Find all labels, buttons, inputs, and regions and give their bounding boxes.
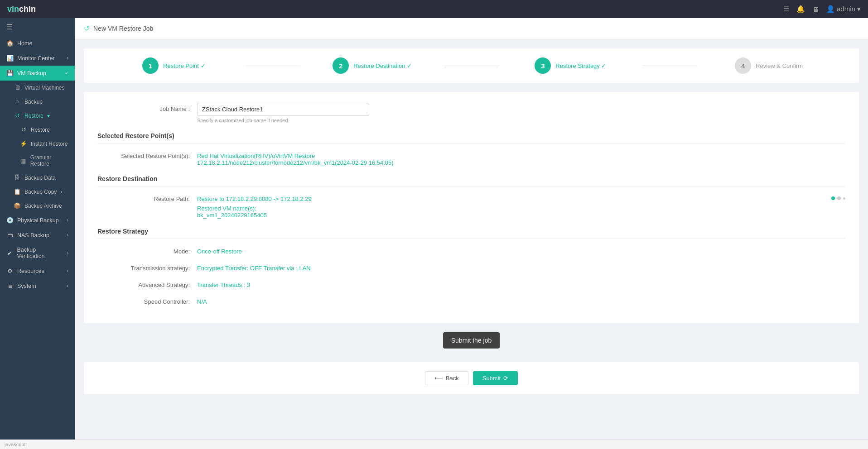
sidebar-item-physical-backup[interactable]: 💿 Physical Backup › bbox=[0, 213, 75, 228]
status-bar: javascript: bbox=[0, 439, 868, 449]
restored-vm-section: Restored VM name(s): bk_vm1_202402291654… bbox=[197, 205, 831, 219]
job-name-input[interactable] bbox=[197, 103, 369, 116]
sidebar-item-granular-restore[interactable]: ▦ Granular Restore bbox=[0, 151, 75, 171]
chevron-nas-backup-icon: › bbox=[67, 233, 68, 238]
sidebar-item-restore-sub[interactable]: ↺ Restore bbox=[0, 123, 75, 137]
step-4-circle: 4 bbox=[735, 57, 751, 74]
submit-tooltip: Submit the job bbox=[443, 332, 500, 349]
logo: vinchin bbox=[7, 5, 36, 14]
backup-data-icon: 🗄 bbox=[14, 174, 21, 181]
step-1-circle: 1 bbox=[142, 57, 159, 74]
monitor-icon[interactable]: 🖥 bbox=[812, 5, 819, 13]
sidebar-hamburger[interactable]: ☰ bbox=[0, 18, 75, 36]
wizard-steps: 1 Restore Point ✓ 2 Restore Destination … bbox=[84, 48, 859, 83]
sidebar: ☰ 🏠 Home 📊 Monitor Center › 💾 VM Backup … bbox=[0, 18, 75, 439]
sidebar-item-backup-verification[interactable]: ✔ Backup Verification › bbox=[0, 243, 75, 263]
speed-label: Speed Controller: bbox=[97, 296, 197, 305]
sidebar-label-resources: Resources bbox=[17, 268, 44, 274]
sidebar-item-backup-archive[interactable]: 📦 Backup Archive bbox=[0, 199, 75, 213]
resources-icon: ⚙ bbox=[6, 267, 14, 274]
sidebar-label-home: Home bbox=[17, 40, 32, 47]
step-2-circle: 2 bbox=[333, 57, 349, 74]
sidebar-label-vm-backup: VM Backup bbox=[17, 70, 46, 76]
dots-indicator bbox=[831, 193, 845, 200]
sidebar-item-vm-backup[interactable]: 💾 VM Backup ✓ bbox=[0, 66, 75, 81]
sidebar-item-system[interactable]: 🖥 System › bbox=[0, 278, 75, 293]
page-header: ↺ New VM Restore Job bbox=[75, 18, 868, 39]
advanced-label: Advanced Strategy: bbox=[97, 279, 197, 288]
backup-copy-icon: 📋 bbox=[14, 188, 21, 195]
restore-icon: ↺ bbox=[14, 112, 21, 119]
topbar: vinchin ☰ 🔔 🖥 👤 admin ▾ bbox=[0, 0, 868, 18]
sidebar-item-monitor-center[interactable]: 📊 Monitor Center › bbox=[0, 51, 75, 66]
instant-restore-icon: ⚡ bbox=[20, 140, 27, 147]
sidebar-label-restore-sub: Restore bbox=[31, 127, 50, 133]
advanced-row: Advanced Strategy: Transfer Threads : 3 bbox=[97, 279, 845, 288]
menu-icon[interactable]: ☰ bbox=[783, 5, 789, 13]
chevron-backup-verification-icon: › bbox=[67, 251, 68, 256]
sidebar-item-backup[interactable]: ○ Backup bbox=[0, 95, 75, 109]
job-name-row: Job Name : Specify a customized job name… bbox=[97, 103, 845, 123]
system-icon: 🖥 bbox=[6, 282, 14, 289]
chevron-system-icon: › bbox=[67, 283, 68, 288]
step-connector-2 bbox=[444, 66, 499, 66]
sidebar-label-restore: Restore bbox=[24, 113, 43, 119]
page-title: New VM Restore Job bbox=[93, 25, 153, 32]
step-3-circle: 3 bbox=[535, 57, 551, 74]
nas-backup-icon: 🗃 bbox=[6, 232, 14, 239]
sidebar-label-backup-copy: Backup Copy bbox=[24, 189, 57, 195]
restore-point-value: Red Hat Virtualization(RHV)/oVirtVM Rest… bbox=[197, 150, 845, 166]
step-2-label: Restore Destination ✓ bbox=[353, 62, 412, 69]
back-icon: ⟵ bbox=[434, 375, 443, 382]
chevron-vm-backup-icon: ✓ bbox=[65, 71, 68, 76]
speed-value: N/A bbox=[197, 296, 845, 305]
sidebar-label-backup-data: Backup Data bbox=[24, 175, 56, 181]
sidebar-label-instant-restore: Instant Restore bbox=[31, 141, 68, 147]
sidebar-item-backup-data[interactable]: 🗄 Backup Data bbox=[0, 171, 75, 185]
sidebar-item-resources[interactable]: ⚙ Resources › bbox=[0, 263, 75, 278]
sidebar-label-physical-backup: Physical Backup bbox=[17, 217, 59, 224]
bell-icon[interactable]: 🔔 bbox=[796, 5, 805, 13]
restore-path-label: Restore Path: bbox=[97, 193, 197, 202]
virtual-machines-icon: 🖥 bbox=[14, 84, 21, 91]
sidebar-item-restore[interactable]: ↺ Restore ▾ bbox=[0, 109, 75, 123]
step-connector-1 bbox=[246, 66, 300, 66]
mode-value: Once-off Restore bbox=[197, 245, 845, 255]
step-4: 4 Review & Confirm bbox=[697, 57, 841, 74]
page-header-icon: ↺ bbox=[84, 24, 90, 33]
main-content: ↺ New VM Restore Job 1 Restore Point ✓ 2 bbox=[75, 18, 868, 439]
step-3: 3 Restore Strategy ✓ bbox=[499, 57, 643, 74]
job-name-input-wrapper: Specify a customized job name if needed. bbox=[197, 103, 369, 123]
sidebar-item-virtual-machines[interactable]: 🖥 Virtual Machines bbox=[0, 81, 75, 95]
back-button[interactable]: ⟵ Back bbox=[425, 371, 468, 385]
step-3-label: Restore Strategy ✓ bbox=[555, 62, 606, 69]
dot-1 bbox=[831, 196, 835, 200]
sidebar-label-monitor-center: Monitor Center bbox=[17, 55, 55, 62]
vm-backup-icon: 💾 bbox=[6, 70, 14, 76]
topbar-right: ☰ 🔔 🖥 👤 admin ▾ bbox=[783, 5, 861, 13]
submit-button[interactable]: Submit ⟳ bbox=[473, 371, 518, 385]
sidebar-item-backup-copy[interactable]: 📋 Backup Copy › bbox=[0, 185, 75, 199]
job-name-hint: Specify a customized job name if needed. bbox=[197, 118, 369, 123]
chevron-monitor-icon: › bbox=[67, 56, 68, 61]
restore-path-row: Restore Path: Restore to 172.18.2.29:808… bbox=[97, 193, 845, 219]
sidebar-item-instant-restore[interactable]: ⚡ Instant Restore bbox=[0, 137, 75, 151]
transmission-value: Encrypted Transfer: OFF Transfer via : L… bbox=[197, 262, 845, 272]
physical-backup-icon: 💿 bbox=[6, 217, 14, 224]
job-name-label: Job Name : bbox=[97, 103, 197, 112]
backup-icon: ○ bbox=[14, 98, 21, 105]
btn-row: ⟵ Back Submit ⟳ bbox=[84, 362, 859, 394]
restore-path-value: Restore to 172.18.2.29:8080 -> 172.18.2.… bbox=[197, 193, 831, 219]
monitor-center-icon: 📊 bbox=[6, 55, 14, 62]
advanced-value: Transfer Threads : 3 bbox=[197, 279, 845, 288]
user-icon[interactable]: 👤 admin ▾ bbox=[826, 5, 861, 13]
logo-vin: vin bbox=[7, 5, 19, 14]
step-2: 2 Restore Destination ✓ bbox=[300, 57, 444, 74]
restore-sub-icon: ↺ bbox=[20, 126, 27, 133]
section-destination-title: Restore Destination bbox=[97, 175, 845, 186]
backup-archive-icon: 📦 bbox=[14, 202, 21, 209]
sidebar-item-nas-backup[interactable]: 🗃 NAS Backup › bbox=[0, 228, 75, 243]
sidebar-item-home[interactable]: 🏠 Home bbox=[0, 36, 75, 51]
home-icon: 🏠 bbox=[6, 40, 14, 47]
dot-3 bbox=[843, 197, 845, 200]
